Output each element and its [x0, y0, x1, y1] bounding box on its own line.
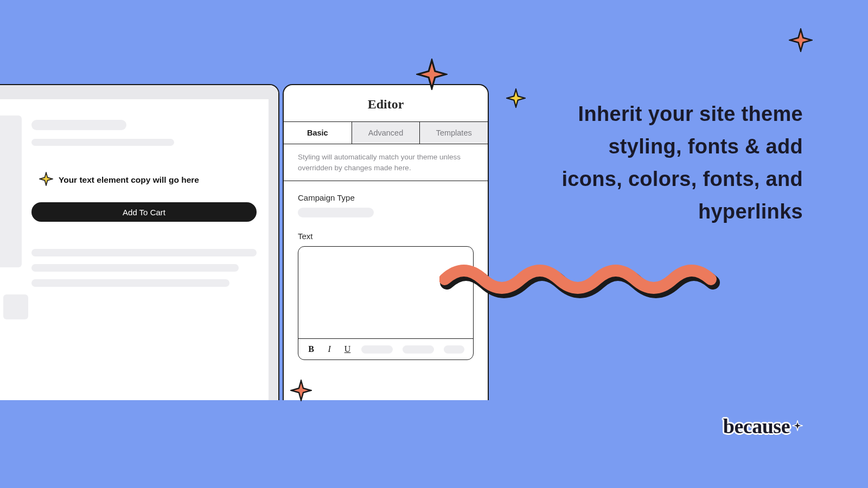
preview-content: Your text element copy will go here Add … [0, 99, 269, 400]
campaign-type-value-placeholder[interactable] [298, 208, 374, 217]
product-image-placeholder [0, 115, 22, 267]
description-placeholder [31, 249, 257, 256]
sparkle-icon [506, 88, 526, 108]
sparkle-icon [792, 412, 803, 436]
brand-logo: because [723, 414, 803, 438]
squiggle-connector [439, 258, 722, 296]
text-field-label: Text [298, 232, 474, 241]
preview-window: Your text element copy will go here Add … [0, 84, 279, 400]
toolbar-option-placeholder[interactable] [361, 345, 393, 354]
italic-button[interactable]: I [325, 344, 333, 354]
text-element-preview: Your text element copy will go here [39, 172, 257, 188]
sparkle-icon [39, 172, 53, 188]
description-placeholder [31, 279, 229, 287]
styling-helper-text: Styling will automatically match your th… [284, 144, 488, 181]
product-title-placeholder [31, 120, 126, 130]
editor-panel: Editor Basic Advanced Templates Styling … [283, 84, 489, 400]
thumbnail-placeholder [3, 294, 28, 319]
editor-tabs: Basic Advanced Templates [284, 121, 488, 144]
brand-wordmark: because [723, 414, 790, 438]
toolbar-option-placeholder[interactable] [444, 345, 464, 354]
description-placeholder [31, 264, 239, 272]
sparkle-icon [290, 380, 312, 401]
tab-basic[interactable]: Basic [284, 122, 352, 144]
add-to-cart-button[interactable]: Add To Cart [31, 202, 257, 222]
browser-titlebar [0, 85, 278, 99]
tab-advanced[interactable]: Advanced [352, 122, 420, 144]
campaign-type-label: Campaign Type [298, 193, 474, 202]
bold-button[interactable]: B [307, 344, 315, 354]
product-subtitle-placeholder [31, 139, 174, 146]
marketing-headline: Inherit your site theme styling, fonts &… [548, 98, 803, 228]
sparkle-icon [416, 59, 448, 90]
text-element-copy: Your text element copy will go here [59, 175, 199, 185]
toolbar-option-placeholder[interactable] [403, 345, 434, 354]
underline-button[interactable]: U [343, 344, 352, 354]
editor-title: Editor [284, 85, 488, 121]
format-toolbar: B I U [298, 338, 473, 359]
sparkle-icon [789, 28, 813, 52]
tab-templates[interactable]: Templates [420, 122, 488, 144]
